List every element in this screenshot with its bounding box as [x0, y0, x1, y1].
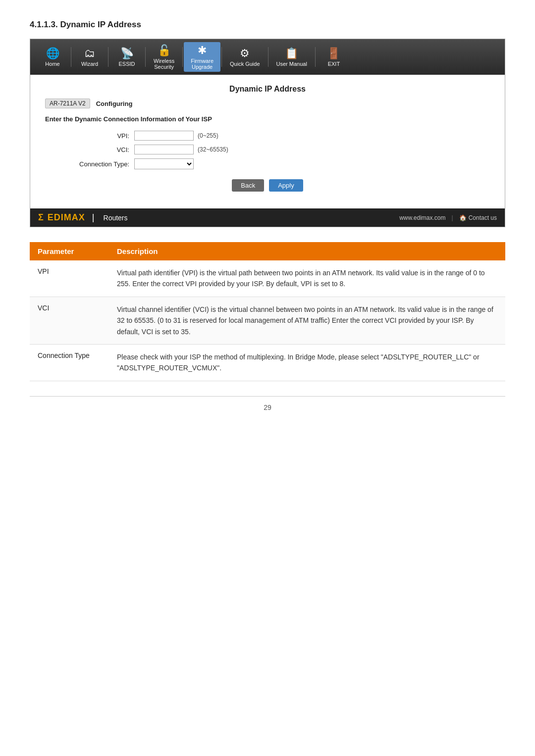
router-ui-box: 🌐 Home 🗂 Wizard 📡 ESSID 🔓 WirelessSecuri… — [30, 39, 505, 227]
nav-separator-4 — [182, 47, 183, 67]
apply-button[interactable]: Apply — [269, 179, 303, 192]
param-name-cell: VPI — [30, 260, 109, 297]
vci-input[interactable] — [134, 145, 194, 154]
contact-icon: 🏠 — [459, 214, 467, 221]
param-name-cell: Connection Type — [30, 344, 109, 381]
security-icon: 🔓 — [158, 44, 171, 57]
exit-icon: 🚪 — [327, 47, 340, 60]
nav-label-wizard: Wizard — [81, 61, 98, 67]
nav-item-exit[interactable]: 🚪 EXIT — [317, 45, 351, 69]
content-area: Dynamic IP Address AR-7211A V2 Configuri… — [30, 75, 505, 208]
nav-label-usermanual: User Manual — [276, 61, 307, 67]
nav-item-firmware[interactable]: ✱ FirmwareUpgrade — [184, 42, 220, 72]
connection-type-row: Connection Type: LLC VCMUX — [65, 158, 490, 169]
nav-label-exit: EXIT — [328, 61, 340, 67]
table-row: VPIVirtual path identifier (VPI) is the … — [30, 260, 505, 297]
table-row: Connection TypePlease check with your IS… — [30, 344, 505, 381]
footer-separator: | — [452, 214, 453, 221]
param-desc-cell: Please check with your ISP the method of… — [109, 344, 505, 381]
firmware-icon: ✱ — [198, 44, 207, 57]
logo-divider: | — [92, 212, 95, 223]
col-desc-header: Description — [109, 242, 505, 260]
footer-contact[interactable]: 🏠 Contact us — [459, 214, 497, 221]
vpi-input[interactable] — [134, 131, 194, 141]
param-table: Parameter Description VPIVirtual path id… — [30, 242, 505, 381]
back-button[interactable]: Back — [232, 179, 264, 192]
nav-item-quickguide[interactable]: ⚙ Quick Guide — [223, 45, 267, 69]
nav-separator-5 — [221, 47, 222, 67]
home-icon: 🌐 — [46, 47, 59, 60]
vci-row: VCI: (32~65535) — [65, 145, 490, 154]
connection-type-label: Connection Type: — [65, 160, 134, 168]
nav-label-security: WirelessSecurity — [154, 58, 174, 70]
usermanual-icon: 📋 — [285, 47, 298, 60]
nav-label-home: Home — [45, 61, 59, 67]
essid-icon: 📡 — [120, 47, 134, 60]
nav-item-wizard[interactable]: 🗂 Wizard — [72, 45, 107, 69]
vpi-row: VPI: (0~255) — [65, 131, 490, 141]
nav-item-home[interactable]: 🌐 Home — [35, 45, 70, 69]
table-header-row: Parameter Description — [30, 242, 505, 260]
device-info: AR-7211A V2 Configuring — [45, 99, 490, 108]
param-desc-cell: Virtual path identifier (VPI) is the vir… — [109, 260, 505, 297]
page-footer: 29 — [30, 396, 505, 411]
param-desc-cell: Virtual channel identifier (VCI) is the … — [109, 297, 505, 344]
nav-item-usermanual[interactable]: 📋 User Manual — [269, 45, 314, 69]
vci-hint: (32~65535) — [198, 146, 228, 153]
nav-item-security[interactable]: 🔓 WirelessSecurity — [147, 42, 181, 72]
nav-separator-7 — [315, 47, 316, 67]
footer-right: www.edimax.com | 🏠 Contact us — [399, 214, 497, 221]
param-name-cell: VCI — [30, 297, 109, 344]
website-link: www.edimax.com — [399, 214, 445, 221]
table-row: VCIVirtual channel identifier (VCI) is t… — [30, 297, 505, 344]
nav-separator-6 — [268, 47, 268, 67]
page-number: 29 — [264, 403, 271, 411]
form-table: VPI: (0~255) VCI: (32~65535) Connection … — [65, 131, 490, 169]
section-heading: 4.1.1.3. Dynamic IP Address — [30, 20, 505, 30]
nav-bar: 🌐 Home 🗂 Wizard 📡 ESSID 🔓 WirelessSecuri… — [30, 39, 505, 75]
vpi-hint: (0~255) — [198, 132, 218, 139]
nav-label-quickguide: Quick Guide — [230, 61, 260, 67]
nav-separator-2 — [108, 47, 108, 67]
connection-type-select[interactable]: LLC VCMUX — [134, 158, 194, 169]
vpi-label: VPI: — [65, 132, 134, 140]
vci-label: VCI: — [65, 146, 134, 153]
nav-label-essid: ESSID — [118, 61, 135, 67]
quickguide-icon: ⚙ — [240, 47, 250, 60]
product-name: Routers — [104, 214, 128, 222]
wizard-icon: 🗂 — [84, 47, 95, 60]
nav-item-essid[interactable]: 📡 ESSID — [109, 45, 144, 69]
device-label: AR-7211A V2 — [45, 99, 90, 108]
sigma-icon: Σ — [38, 212, 44, 223]
footer-logo: Σ EDIMAX | Routers — [38, 212, 128, 223]
contact-label: Contact us — [469, 214, 497, 221]
isp-instruction: Enter the Dynamic Connection Information… — [45, 115, 490, 123]
page-title: Dynamic IP Address — [45, 85, 490, 94]
buttons-area: Back Apply — [45, 179, 490, 192]
col-param-header: Parameter — [30, 242, 109, 260]
nav-separator-3 — [145, 47, 146, 67]
nav-separator — [71, 47, 71, 67]
nav-label-firmware: FirmwareUpgrade — [191, 58, 214, 70]
configuring-label: Configuring — [96, 100, 133, 107]
footer-bar: Σ EDIMAX | Routers www.edimax.com | 🏠 Co… — [30, 208, 505, 227]
brand-name: EDIMAX — [48, 212, 85, 223]
